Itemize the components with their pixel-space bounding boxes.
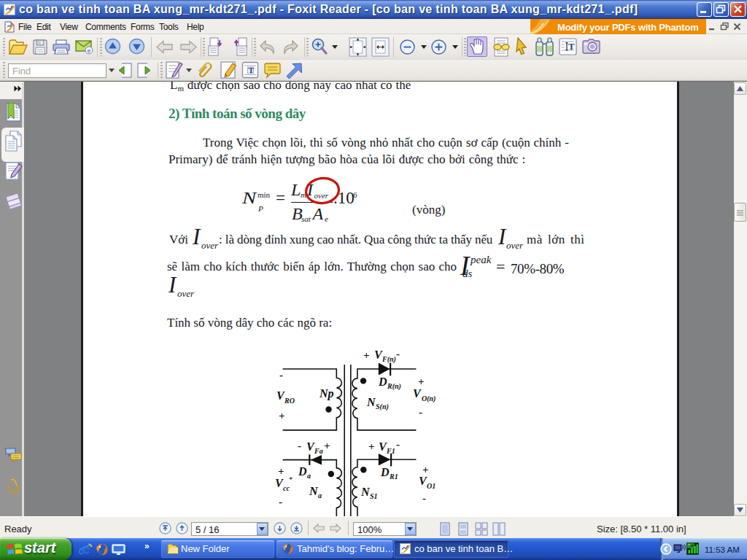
svg-text:R1: R1 (389, 472, 398, 481)
svg-text:Np: Np (319, 387, 334, 400)
svg-text:-: - (396, 349, 400, 359)
svg-text:+: + (418, 376, 425, 387)
svg-text:a: a (318, 491, 322, 499)
svg-text:+: + (368, 440, 375, 452)
svg-text:N: N (360, 486, 371, 498)
svg-text:+: + (324, 440, 330, 451)
svg-text:+: + (279, 410, 285, 421)
svg-text:D: D (380, 466, 390, 478)
svg-text:-: - (422, 492, 426, 504)
svg-text:-: - (419, 406, 422, 418)
svg-text:R(n): R(n) (387, 382, 401, 391)
svg-text:N: N (309, 485, 319, 497)
svg-text:T: T (249, 66, 255, 74)
svg-text:-: - (279, 496, 282, 508)
svg-text:RO: RO (284, 397, 295, 405)
svg-text:F1: F1 (386, 447, 395, 455)
svg-text:-: - (298, 440, 301, 451)
svg-text:e: e (88, 47, 91, 54)
svg-text:Fa: Fa (314, 447, 323, 455)
svg-text:S(n): S(n) (376, 402, 389, 411)
svg-text:O1: O1 (427, 482, 436, 490)
svg-text:-: - (279, 369, 283, 381)
svg-text:T: T (568, 41, 575, 52)
svg-text:+: + (422, 464, 429, 475)
svg-text:+: + (278, 465, 285, 477)
svg-text:+: + (363, 349, 370, 361)
svg-text:D: D (298, 465, 307, 478)
svg-text:a: a (307, 472, 311, 480)
svg-text:V: V (413, 387, 422, 400)
svg-text:D: D (378, 376, 387, 388)
svg-text:N: N (366, 396, 376, 408)
svg-text:-: - (396, 438, 400, 450)
svg-text:F(n): F(n) (382, 355, 396, 364)
svg-text:*: * (289, 475, 293, 483)
svg-text:S1: S1 (370, 492, 378, 500)
svg-text:cc: cc (283, 484, 290, 492)
svg-text:O(n): O(n) (422, 394, 436, 403)
